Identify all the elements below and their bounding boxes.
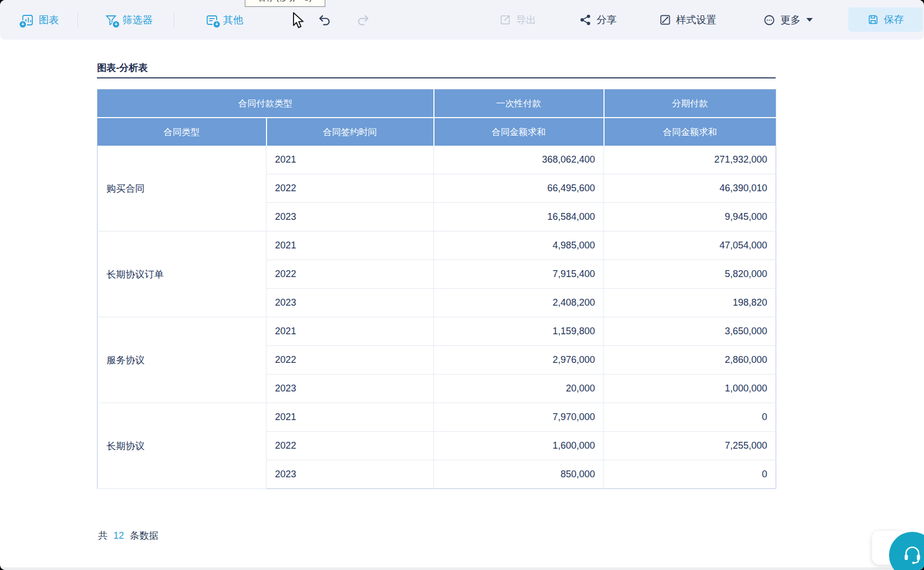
- cell-sign-year: 2021: [266, 403, 434, 432]
- add-filter-label: 筛选器: [122, 13, 153, 27]
- export-label: 导出: [516, 13, 536, 27]
- app-window: + 图表 + 筛选器 + 其他: [0, 0, 924, 570]
- cell-amount-installment: 198,820: [604, 289, 776, 317]
- style-settings-label: 样式设置: [676, 13, 716, 27]
- header-payment-type: 合同付款类型: [97, 90, 434, 118]
- more-label: 更多: [780, 13, 801, 27]
- cell-sign-year: 2022: [266, 174, 434, 203]
- cell-sign-year: 2021: [266, 317, 434, 346]
- table-row: 购买合同2021368,062,400271,932,000: [97, 146, 776, 174]
- cell-amount-installment: 1,000,000: [604, 375, 776, 403]
- header-amount-sum-installment: 合同金额求和: [604, 118, 776, 146]
- add-chart-button[interactable]: + 图表: [21, 0, 59, 40]
- export-button[interactable]: 导出: [499, 0, 536, 40]
- toolbar-separator: [174, 13, 174, 28]
- add-chart-label: 图表: [39, 13, 59, 27]
- cell-sign-year: 2023: [266, 203, 434, 231]
- cell-amount-once: 20,000: [434, 375, 604, 403]
- cell-amount-installment: 0: [604, 403, 776, 432]
- more-button[interactable]: 更多: [763, 0, 813, 40]
- header-sign-time: 合同签约时间: [266, 118, 434, 146]
- cell-contract-type: 服务协议: [97, 317, 266, 403]
- cell-amount-installment: 3,650,000: [604, 317, 776, 346]
- cell-amount-installment: 271,932,000: [604, 146, 776, 174]
- plus-badge-icon: +: [113, 21, 119, 28]
- cell-amount-once: 850,000: [434, 460, 604, 489]
- cell-sign-year: 2022: [266, 260, 434, 289]
- undo-icon: [318, 13, 332, 27]
- cell-amount-installment: 46,390,010: [604, 174, 776, 203]
- save-label: 保存: [884, 13, 904, 26]
- cell-sign-year: 2021: [266, 231, 434, 260]
- analysis-table-container: 合同付款类型一次性付款分期付款合同类型合同签约时间合同金额求和合同金额求和购买合…: [97, 89, 776, 489]
- cell-amount-once: 1,600,000: [434, 432, 604, 460]
- redo-icon: [356, 13, 370, 27]
- table-row: 长期协议订单20214,985,00047,054,000: [97, 231, 776, 260]
- cell-amount-once: 2,408,200: [434, 289, 604, 317]
- cell-amount-once: 4,985,000: [434, 231, 604, 260]
- more-icon: [763, 14, 776, 26]
- add-other-label: 其他: [223, 13, 243, 27]
- cell-amount-once: 7,970,000: [434, 403, 604, 432]
- cell-sign-year: 2023: [266, 375, 434, 403]
- cell-sign-year: 2023: [266, 460, 434, 489]
- record-count-value: 12: [113, 530, 124, 541]
- table-row: 长期协议20217,970,0000: [97, 403, 776, 432]
- record-count-prefix: 共: [98, 529, 108, 542]
- cell-contract-type: 购买合同: [97, 146, 266, 231]
- redo-button[interactable]: [356, 0, 370, 40]
- table-row: 服务协议20211,159,8003,650,000: [97, 317, 776, 346]
- plus-badge-icon: +: [214, 21, 220, 28]
- horizontal-scrollbar[interactable]: [0, 567, 924, 570]
- cell-amount-once: 368,062,400: [434, 146, 604, 174]
- page-title: 图表-分析表: [97, 61, 148, 74]
- filter-add-icon: +: [105, 14, 118, 26]
- analysis-table: 合同付款类型一次性付款分期付款合同类型合同签约时间合同金额求和合同金额求和购买合…: [97, 89, 776, 489]
- style-settings-icon: [659, 14, 671, 26]
- headset-icon: [901, 545, 923, 566]
- mouse-cursor-icon: [290, 12, 304, 30]
- share-label: 分享: [597, 13, 617, 27]
- add-other-button[interactable]: + 其他: [206, 0, 243, 40]
- cell-amount-installment: 47,054,000: [604, 231, 776, 260]
- title-underline: [97, 77, 776, 78]
- cell-sign-year: 2022: [266, 432, 434, 460]
- export-icon: [499, 14, 511, 26]
- cell-sign-year: 2021: [266, 146, 434, 174]
- save-icon: [867, 14, 879, 25]
- plus-badge-icon: +: [20, 21, 26, 28]
- cell-amount-installment: 2,860,000: [604, 346, 776, 375]
- other-add-icon: +: [206, 14, 218, 26]
- cell-amount-once: 1,159,800: [434, 317, 604, 346]
- cell-amount-installment: 5,820,000: [604, 260, 776, 289]
- chart-add-icon: +: [21, 14, 34, 26]
- header-once-payment: 一次性付款: [434, 90, 604, 118]
- save-button[interactable]: 保存: [848, 7, 923, 32]
- cell-amount-once: 7,915,400: [434, 260, 604, 289]
- record-count: 共 12 条数据: [98, 529, 158, 542]
- cell-amount-once: 2,976,000: [434, 346, 604, 375]
- cell-amount-installment: 7,255,000: [604, 432, 776, 460]
- header-contract-type: 合同类型: [97, 118, 266, 146]
- record-count-suffix: 条数据: [130, 529, 158, 542]
- share-icon: [580, 14, 592, 26]
- add-filter-button[interactable]: + 筛选器: [105, 0, 153, 40]
- autosave-tooltip-text: 暂存 (移动 + S): [245, 0, 325, 3]
- cell-amount-installment: 9,945,000: [604, 203, 776, 231]
- cell-contract-type: 长期协议: [97, 403, 266, 489]
- header-amount-sum-once: 合同金额求和: [434, 118, 604, 146]
- toolbar: + 图表 + 筛选器 + 其他: [0, 0, 924, 40]
- cell-amount-once: 66,495,600: [434, 174, 604, 203]
- share-button[interactable]: 分享: [580, 0, 617, 40]
- toolbar-separator: [77, 13, 78, 28]
- cell-amount-once: 16,584,000: [434, 203, 604, 231]
- cell-amount-installment: 0: [604, 460, 776, 489]
- autosave-tooltip: 暂存 (移动 + S): [245, 0, 325, 7]
- chevron-down-icon: [806, 18, 813, 22]
- style-settings-button[interactable]: 样式设置: [659, 0, 716, 40]
- cell-contract-type: 长期协议订单: [97, 231, 266, 317]
- cell-sign-year: 2022: [266, 346, 434, 375]
- cell-sign-year: 2023: [266, 289, 434, 317]
- header-installment-payment: 分期付款: [604, 90, 776, 118]
